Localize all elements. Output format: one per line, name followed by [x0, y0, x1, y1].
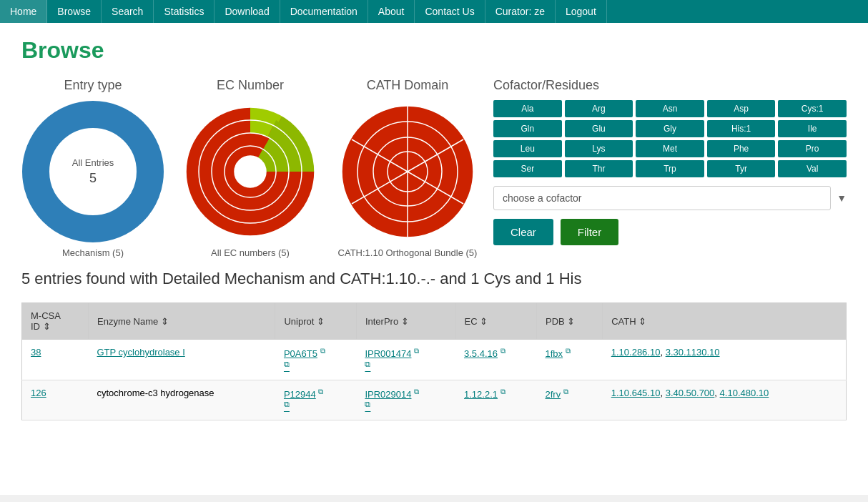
residue-btn-met[interactable]: Met — [636, 140, 704, 157]
cell-uniprot: P0A6T5 ⧉ ⧉ — [275, 340, 356, 380]
cath-link[interactable]: 1.10.645.10 — [611, 388, 661, 398]
id-link[interactable]: 38 — [31, 347, 41, 358]
cath-link[interactable]: 3.30.1130.10 — [666, 347, 720, 358]
uniprot-ext-link[interactable]: ⧉ — [284, 362, 290, 373]
residue-btn-ser[interactable]: Ser — [493, 160, 562, 177]
donut-wrap: All Entries 5 — [21, 100, 164, 243]
uniprot-ext-link[interactable]: ⧉ — [284, 402, 290, 413]
interpro-ext-link[interactable]: ⧉ — [365, 362, 370, 373]
cofactor-select[interactable]: choose a cofactor — [493, 186, 831, 210]
cell-interpro: IPR029014 ⧉ ⧉ — [356, 380, 455, 420]
residue-btn-trp[interactable]: Trp — [636, 160, 704, 177]
cath-domain-footer: CATH:1.10 Orthogonal Bundle (5) — [338, 247, 478, 258]
filter-button[interactable]: Filter — [561, 219, 618, 245]
results-summary: 5 entries found with Detailed Mechanism … — [21, 270, 847, 288]
residue-btn-gly[interactable]: Gly — [636, 120, 704, 137]
cell-interpro: IPR001474 ⧉ ⧉ — [356, 340, 455, 380]
link-icon: ⧉ — [365, 359, 370, 368]
nav-item-documentation[interactable]: Documentation — [280, 0, 368, 23]
cofactor-panel: Cofactor/Residues AlaArgAsnAspCys:1GlnGl… — [493, 78, 847, 245]
residue-btn-lys[interactable]: Lys — [565, 140, 633, 157]
col-interpro: InterPro ⇕ — [356, 303, 455, 340]
nav-item-contact-us[interactable]: Contact Us — [415, 0, 485, 23]
interpro-ext-link[interactable]: ⧉ — [365, 402, 370, 413]
residue-btn-phe[interactable]: Phe — [707, 140, 776, 157]
table-header-row: M-CSAID ⇕ Enzyme Name ⇕ Uniprot ⇕ InterP… — [22, 303, 847, 340]
ec-sunburst-svg[interactable] — [179, 100, 322, 243]
residue-grid: AlaArgAsnAspCys:1GlnGluGlyHis:1IleLeuLys… — [493, 100, 847, 177]
nav-item-search[interactable]: Search — [102, 0, 154, 23]
residue-btn-ile[interactable]: Ile — [778, 120, 847, 137]
residue-btn-cys-1[interactable]: Cys:1 — [778, 100, 847, 117]
table-body: 38 GTP cyclohydrolase I P0A6T5 ⧉ ⧉ IPR00… — [22, 340, 847, 420]
col-cath: CATH ⇕ — [603, 303, 847, 340]
residue-btn-tyr[interactable]: Tyr — [707, 160, 776, 177]
residue-btn-leu[interactable]: Leu — [493, 140, 562, 157]
ec-link[interactable]: 3.5.4.16 — [464, 348, 498, 359]
external-link-icon: ⧉ — [414, 388, 419, 395]
cath-domain-chart: CATH Domain CATH:1.10 Orthogonal Bundle … — [336, 78, 479, 258]
donut-svg[interactable] — [21, 100, 164, 243]
col-pdb: PDB ⇕ — [537, 303, 603, 340]
ec-number-footer: All EC numbers (5) — [211, 247, 290, 258]
entry-type-title: Entry type — [64, 78, 122, 93]
table-row: 38 GTP cyclohydrolase I P0A6T5 ⧉ ⧉ IPR00… — [22, 340, 847, 380]
cell-id: 126 — [22, 380, 89, 420]
link-icon: ⧉ — [365, 400, 370, 408]
interpro-link[interactable]: IPR029014 — [365, 389, 411, 400]
nav-item-download[interactable]: Download — [214, 0, 280, 23]
external-link-icon: ⧉ — [414, 347, 419, 355]
cell-uniprot: P12944 ⧉ ⧉ — [275, 380, 356, 420]
cath-link[interactable]: 3.40.50.700 — [666, 388, 715, 398]
clear-button[interactable]: Clear — [493, 219, 553, 245]
external-link-icon: ⧉ — [500, 388, 505, 395]
cath-link[interactable]: 1.10.286.10 — [611, 347, 661, 358]
results-table: M-CSAID ⇕ Enzyme Name ⇕ Uniprot ⇕ InterP… — [21, 302, 847, 420]
residue-btn-ala[interactable]: Ala — [493, 100, 562, 117]
page-title: Browse — [21, 37, 847, 64]
id-link[interactable]: 126 — [31, 388, 46, 398]
cell-id: 38 — [22, 340, 89, 380]
ec-link[interactable]: 1.12.2.1 — [464, 389, 498, 400]
cath-link[interactable]: 4.10.480.10 — [720, 388, 769, 398]
pdb-link[interactable]: 1fbx — [546, 348, 563, 359]
entry-type-footer: Mechanism (5) — [62, 247, 124, 258]
nav-item-statistics[interactable]: Statistics — [154, 0, 214, 23]
nav-item-about[interactable]: About — [368, 0, 415, 23]
residue-btn-pro[interactable]: Pro — [778, 140, 847, 157]
nav-item-logout[interactable]: Logout — [556, 0, 607, 23]
col-uniprot: Uniprot ⇕ — [275, 303, 356, 340]
residue-btn-asn[interactable]: Asn — [636, 100, 704, 117]
pdb-link[interactable]: 2frv — [546, 389, 561, 400]
cath-svg[interactable] — [336, 100, 479, 243]
uniprot-link[interactable]: P0A6T5 — [284, 348, 317, 359]
nav-item-home[interactable]: Home — [0, 0, 47, 23]
nav-item-browse[interactable]: Browse — [47, 0, 102, 23]
cofactor-select-wrap: choose a cofactor ▼ — [493, 186, 847, 210]
cell-ec: 3.5.4.16 ⧉ — [455, 340, 536, 380]
link-icon: ⧉ — [284, 359, 290, 368]
residue-btn-gln[interactable]: Gln — [493, 120, 562, 137]
cell-cath: 1.10.286.10, 3.30.1130.10 — [603, 340, 847, 380]
cell-cath: 1.10.645.10, 3.40.50.700, 4.10.480.10 — [603, 380, 847, 420]
external-link-icon: ⧉ — [318, 388, 323, 395]
nav-item-curator[interactable]: Curator: ze — [485, 0, 556, 23]
residue-btn-arg[interactable]: Arg — [565, 100, 633, 117]
col-ec: EC ⇕ — [455, 303, 536, 340]
link-icon: ⧉ — [284, 400, 290, 408]
page-content: Browse Entry type All Entries 5 Mechanis… — [0, 23, 868, 495]
interpro-link[interactable]: IPR001474 — [365, 348, 411, 359]
residue-btn-asp[interactable]: Asp — [707, 100, 776, 117]
residue-btn-thr[interactable]: Thr — [565, 160, 633, 177]
cell-pdb: 2frv ⧉ — [537, 380, 603, 420]
residue-btn-his-1[interactable]: His:1 — [707, 120, 776, 137]
enzyme-link[interactable]: GTP cyclohydrolase I — [97, 347, 185, 358]
cell-enzyme: GTP cyclohydrolase I — [89, 340, 275, 380]
external-link-icon: ⧉ — [500, 347, 505, 355]
uniprot-link[interactable]: P12944 — [284, 389, 316, 400]
col-enzyme: Enzyme Name ⇕ — [89, 303, 275, 340]
main-nav: HomeBrowseSearchStatisticsDownloadDocume… — [0, 0, 868, 23]
residue-btn-glu[interactable]: Glu — [565, 120, 633, 137]
residue-btn-val[interactable]: Val — [778, 160, 847, 177]
charts-row: Entry type All Entries 5 Mechanism (5) E… — [21, 78, 847, 258]
